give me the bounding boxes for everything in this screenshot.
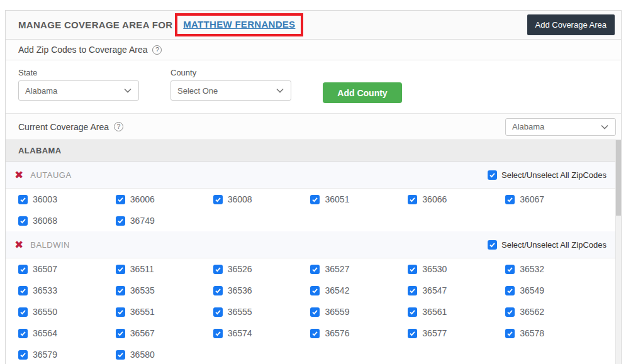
- zipcode-checkbox[interactable]: [213, 195, 223, 204]
- zipcode-item: 36535: [116, 280, 213, 301]
- zipcode-checkbox[interactable]: [408, 307, 417, 317]
- zipcode-item: 36576: [310, 323, 408, 344]
- zipcode-item: 36574: [213, 323, 311, 344]
- add-coverage-area-button[interactable]: Add Coverage Area: [527, 14, 615, 35]
- zipcode-checkbox[interactable]: [213, 329, 223, 338]
- zipcode-label: 36051: [325, 194, 349, 204]
- zipcode-checkbox[interactable]: [116, 307, 125, 317]
- zipcode-item: 36550: [18, 301, 116, 323]
- zipcode-checkbox[interactable]: [310, 329, 320, 338]
- panel-header: MANAGE COVERAGE AREA FOR MATTHEW FERNAND…: [6, 11, 621, 40]
- zipcode-checkbox[interactable]: [116, 265, 125, 274]
- zipcode-item: 36067: [505, 189, 603, 210]
- chevron-down-icon: [600, 123, 609, 131]
- zipcode-label: 36507: [33, 264, 57, 274]
- zipcode-checkbox[interactable]: [505, 195, 515, 204]
- scrollbar-thumb[interactable]: [616, 140, 621, 216]
- coverage-state-filter-select[interactable]: Alabama: [505, 118, 616, 136]
- zipcode-item: 36532: [505, 258, 603, 280]
- zipcode-checkbox[interactable]: [18, 350, 28, 360]
- add-county-button[interactable]: Add County: [323, 82, 402, 103]
- zipcode-label: 36559: [325, 307, 349, 317]
- zipcode-label: 36576: [325, 328, 349, 338]
- zipcode-item: 36580: [116, 344, 213, 364]
- zipcode-label: 36580: [130, 350, 155, 360]
- zipcode-item: 36564: [18, 323, 116, 344]
- zipcode-checkbox[interactable]: [213, 286, 223, 295]
- zipcode-item: 36577: [408, 323, 505, 344]
- zipcode-checkbox[interactable]: [18, 216, 28, 226]
- zipcode-label: 36574: [228, 328, 252, 338]
- remove-county-icon[interactable]: ✖: [14, 170, 23, 180]
- zipcode-item: 36068: [18, 210, 116, 231]
- select-all-zipcodes-checkbox[interactable]: [488, 170, 497, 180]
- zipcode-item: 36567: [116, 323, 213, 344]
- zipcode-checkbox[interactable]: [310, 286, 320, 295]
- zipcode-checkbox[interactable]: [116, 216, 125, 226]
- zipcode-label: 36068: [33, 216, 57, 226]
- zipcode-grid: 36003 36006 36008 36051 36066 36067: [6, 189, 615, 231]
- zipcode-checkbox[interactable]: [505, 286, 515, 295]
- zipcode-label: 36526: [228, 264, 252, 274]
- zipcode-label: 36003: [33, 194, 57, 204]
- manage-coverage-panel: MANAGE COVERAGE AREA FOR MATTHEW FERNAND…: [5, 10, 622, 364]
- agent-name-link[interactable]: MATTHEW FERNANDES: [183, 19, 295, 30]
- select-all-zipcodes-checkbox[interactable]: [488, 240, 497, 250]
- zipcode-item: 36008: [213, 189, 311, 210]
- zipcode-checkbox[interactable]: [408, 265, 417, 274]
- zipcode-label: 36527: [325, 264, 349, 274]
- zipcode-label: 36535: [130, 285, 155, 295]
- zipcode-checkbox[interactable]: [408, 195, 417, 204]
- zipcode-checkbox[interactable]: [505, 329, 515, 338]
- zipcode-checkbox[interactable]: [18, 265, 28, 274]
- zipcode-checkbox[interactable]: [18, 307, 28, 317]
- county-section: ✖ AUTAUGA Select/Unselect All ZipCodes 3…: [6, 162, 615, 231]
- zipcode-item: 36561: [408, 301, 505, 323]
- vertical-scrollbar[interactable]: [615, 140, 621, 364]
- zipcode-grid: 36507 36511 36526 36527 36530 36532: [6, 258, 615, 364]
- zipcode-label: 36567: [130, 328, 155, 338]
- zipcode-item: 36006: [116, 189, 213, 210]
- zipcode-label: 36579: [33, 350, 57, 360]
- zipcode-checkbox[interactable]: [116, 195, 125, 204]
- help-icon[interactable]: ?: [152, 45, 162, 55]
- state-select[interactable]: Alabama: [18, 80, 139, 101]
- zipcode-item: 36542: [310, 280, 408, 301]
- help-icon[interactable]: ?: [114, 122, 123, 131]
- zipcode-checkbox[interactable]: [116, 329, 125, 338]
- county-name: AUTAUGA: [30, 170, 71, 180]
- zipcode-label: 36542: [325, 285, 349, 295]
- zipcode-checkbox[interactable]: [310, 265, 320, 274]
- zipcode-checkbox[interactable]: [18, 195, 28, 204]
- zipcode-label: 36532: [520, 264, 544, 274]
- zipcode-item: 36066: [408, 189, 505, 210]
- zipcode-item: 36536: [213, 280, 311, 301]
- zipcode-checkbox[interactable]: [116, 350, 125, 360]
- annotation-highlight-box: MATTHEW FERNANDES: [175, 13, 303, 36]
- current-coverage-title: Current Coverage Area: [18, 122, 109, 132]
- chevron-down-icon: [123, 86, 132, 95]
- zipcode-checkbox[interactable]: [213, 307, 223, 317]
- zipcode-checkbox[interactable]: [408, 329, 417, 338]
- zipcode-item: 36526: [213, 258, 311, 280]
- zipcode-checkbox[interactable]: [505, 307, 515, 317]
- zipcode-checkbox[interactable]: [116, 286, 125, 295]
- zipcode-checkbox[interactable]: [18, 329, 28, 338]
- zipcode-checkbox[interactable]: [18, 286, 28, 295]
- zipcode-checkbox[interactable]: [505, 265, 515, 274]
- state-field: State Alabama: [18, 68, 139, 101]
- zipcode-label: 36533: [33, 285, 57, 295]
- zipcode-checkbox[interactable]: [408, 286, 417, 295]
- zipcode-label: 36562: [520, 307, 544, 317]
- zipcode-checkbox[interactable]: [213, 265, 223, 274]
- zipcode-checkbox[interactable]: [310, 195, 320, 204]
- county-select[interactable]: Select One: [171, 80, 291, 101]
- zipcode-item: 36549: [505, 280, 603, 301]
- zipcode-label: 36547: [422, 285, 447, 295]
- zipcode-checkbox[interactable]: [310, 307, 320, 317]
- add-zip-section-title: Add Zip Codes to Coverage Area: [18, 45, 147, 55]
- zipcode-label: 36550: [33, 307, 57, 317]
- remove-county-icon[interactable]: ✖: [14, 240, 23, 250]
- county-header: ✖ BALDWIN Select/Unselect All ZipCodes: [6, 231, 615, 258]
- zipcode-item: 36533: [18, 280, 116, 301]
